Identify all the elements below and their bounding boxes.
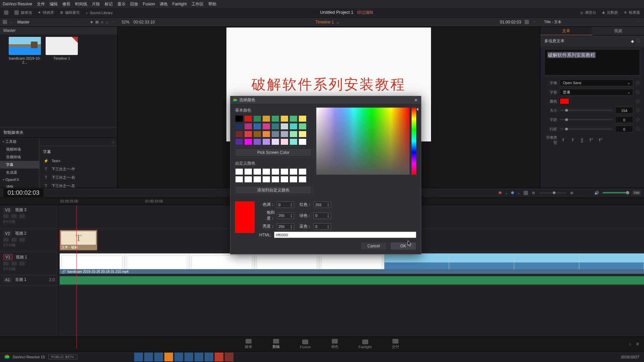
leading-value[interactable]: 0 [615,126,633,132]
menu-clip[interactable]: 片段 [92,1,100,7]
basic-color-swatch[interactable] [253,115,261,122]
menu-workspace[interactable]: 工作区 [192,1,204,7]
bin-breadcrumb[interactable]: Master [17,20,30,24]
add-custom-color-button[interactable]: 添加到自定义颜色 [235,186,312,194]
style-sub-icon[interactable]: T˅ [597,138,604,142]
fx-item[interactable]: T下三分之一-右 [40,173,117,182]
custom-color-grid[interactable] [235,168,312,183]
basic-color-swatch[interactable] [280,131,288,137]
font-dropdown[interactable]: Open Sans⌄ [560,79,633,86]
tree-audio-trans[interactable]: 音频转场 [0,153,39,161]
volume-slider[interactable] [602,192,629,193]
dim-button[interactable]: DIM [633,190,641,195]
mixer-toggle[interactable]: ⎚调音台 [581,10,596,15]
menu-view[interactable]: 显示 [117,1,125,7]
search-icon[interactable]: ⌕ [112,140,114,144]
style-underline-icon[interactable]: T [579,138,585,142]
audio-clip[interactable] [60,276,644,285]
timeline-name[interactable]: Timeline 1 [316,20,334,24]
more-icon[interactable]: ⋯ [636,19,640,24]
basic-color-swatch[interactable] [244,138,252,145]
val-input[interactable]: 255▲▼ [277,223,294,230]
basic-color-swatch[interactable] [253,138,261,145]
basic-color-swatch[interactable] [299,115,307,122]
basic-color-swatch[interactable] [262,115,270,122]
overlay-title-text[interactable]: 破解软件系列安装教程 [226,75,431,94]
zoom-in-icon[interactable]: ⊕ [570,190,574,195]
layout-icon[interactable] [524,191,528,195]
size-slider[interactable] [560,110,612,111]
face-dropdown[interactable]: 普通⌄ [560,89,633,96]
effects-lib-toggle[interactable]: ✦特效库 [38,10,54,15]
basic-color-swatch[interactable] [271,115,279,122]
metadata-toggle[interactable]: ◈元数据 [602,10,618,15]
basic-color-swatch[interactable] [299,123,307,130]
video-clip[interactable]: 🔗bandicam 2019-10-26 20-18-31-210.mp4 [60,253,644,274]
basic-color-swatch[interactable] [262,131,270,137]
size-value[interactable]: 154 [615,107,633,114]
basic-color-swatch[interactable] [289,115,298,122]
page-fusion[interactable]: Fusion [300,340,311,349]
search-icon[interactable]: ⌕ [106,20,108,24]
reset-icon[interactable] [636,109,639,112]
tree-openfx[interactable]: ▾OpenFX [0,176,39,183]
fx-item[interactable]: T下三分之一-中 [40,165,117,173]
basic-color-swatch[interactable] [271,131,279,137]
basic-color-swatch[interactable] [244,131,252,137]
more-icon[interactable]: ⋯ [532,20,536,24]
page-fairlight[interactable]: Fairlight [359,340,372,349]
style-normal-icon[interactable]: T [560,138,567,142]
basic-color-swatch[interactable] [235,138,243,145]
menu-mark[interactable]: 标记 [105,1,113,7]
pick-screen-color-button[interactable]: Pick Screen Color [235,148,312,157]
page-edit[interactable]: 剪辑 [272,339,280,349]
tree-toolbox[interactable]: ▾工具箱 [0,138,39,145]
tree-titles[interactable]: 字幕 [0,161,39,169]
snap-indicator[interactable] [511,191,514,194]
reset-icon[interactable] [636,127,639,131]
basic-color-swatch[interactable] [253,123,261,130]
basic-color-swatch[interactable] [271,138,279,145]
track-header-a1[interactable]: A1音频 12.0 [0,276,58,286]
zoom-percent[interactable]: 32% [121,20,129,24]
basic-color-swatch[interactable] [244,123,252,130]
basic-color-swatch[interactable] [280,138,288,145]
slider-handle[interactable] [91,21,93,23]
menu-help[interactable]: 帮助 [208,1,216,7]
basic-color-swatch[interactable] [235,123,243,130]
chevron-down-icon[interactable]: ⌄ [336,20,339,24]
viewer-opt-icon[interactable] [525,20,529,24]
menu-fusion[interactable]: Fusion [143,2,155,6]
edit-index-toggle[interactable]: ≣编辑索引 [60,10,80,15]
speaker-icon[interactable]: 🔊 [594,190,599,195]
toggle-icon[interactable] [19,214,25,218]
basic-color-swatch[interactable] [244,115,252,122]
sat-val-field[interactable] [316,108,410,175]
tracking-slider[interactable] [560,119,612,120]
inspector-toggle[interactable]: ✕检查器 [624,10,640,15]
sound-library-toggle[interactable]: ♪Sound Library [86,11,113,15]
taskbar-dock[interactable] [134,353,233,361]
zoom-slider[interactable] [539,192,566,193]
reset-icon[interactable] [636,90,639,94]
reset-icon[interactable] [637,39,640,42]
basic-color-swatch[interactable] [262,138,270,145]
list-view-icon[interactable]: ≡ [101,20,103,24]
basic-color-grid[interactable] [235,115,312,145]
layout-icon[interactable] [4,10,8,15]
smart-bins-label[interactable]: 智能媒体夹 [0,127,117,137]
track-header-v1[interactable]: V1视频 1 1个片段 [0,252,58,276]
page-color[interactable]: 调色 [331,339,338,349]
green-input[interactable]: 0▲▼ [314,213,331,219]
page-deliver[interactable]: 交付 [392,339,399,349]
zoom-out-icon[interactable]: ⊖ [531,190,536,195]
style-super-icon[interactable]: T˄ [588,138,595,142]
leading-slider[interactable] [560,128,612,130]
basic-color-swatch[interactable] [235,115,243,122]
hue-input[interactable]: 0▲▼ [277,201,294,208]
toggle-icon[interactable] [11,214,17,218]
sat-input[interactable]: 255▲▼ [277,213,294,219]
media-pool-toggle[interactable]: 媒体池 [14,10,32,15]
style-italic-icon[interactable]: T [569,138,576,142]
menu-fairlight[interactable]: Fairlight [172,2,187,6]
